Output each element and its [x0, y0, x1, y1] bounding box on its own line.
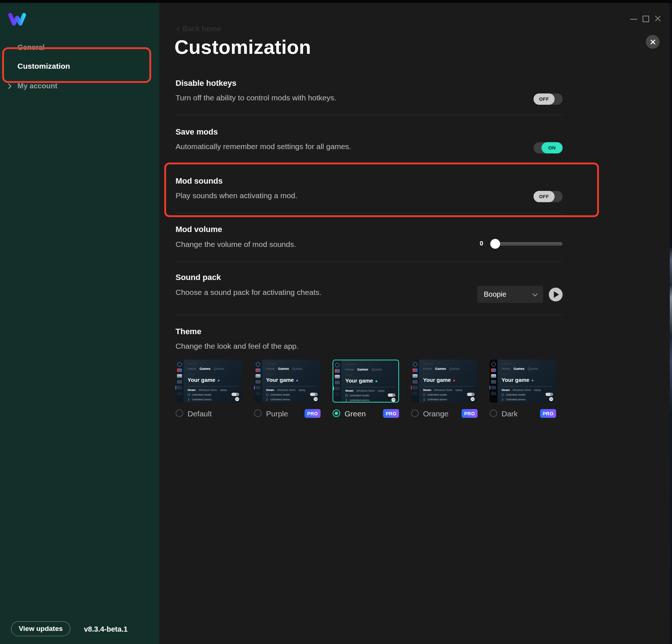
- mod-volume-desc: Change the volume of mod sounds.: [176, 240, 296, 249]
- mod-sounds-title: Mod sounds: [176, 176, 223, 186]
- maximize-icon[interactable]: [643, 16, 649, 22]
- annotation-rectangle-mod-sounds: [164, 163, 599, 217]
- slider-thumb[interactable]: [490, 239, 500, 249]
- row-divider: [176, 115, 563, 115]
- theme-radio-dark[interactable]: [490, 409, 497, 417]
- close-settings-button[interactable]: [646, 35, 660, 49]
- theme-label-default[interactable]: Default: [188, 409, 212, 418]
- mod-volume-slider[interactable]: [491, 242, 563, 246]
- search-icon: [491, 362, 496, 367]
- minus-icon: [391, 398, 395, 402]
- sound-pack-desc: Choose a sound pack for activating cheat…: [176, 288, 322, 297]
- radio-selected-dot: [335, 412, 338, 415]
- play-icon: [554, 291, 559, 298]
- theme-radio-default[interactable]: [176, 409, 183, 417]
- sidebar-item-general[interactable]: General: [17, 43, 44, 52]
- back-home-link[interactable]: Back home: [176, 25, 221, 33]
- wemod-logo: [7, 10, 27, 28]
- toggle-knob: OFF: [534, 93, 555, 105]
- minus-icon: [471, 397, 475, 401]
- toggle-knob: ON: [542, 142, 563, 153]
- disable-hotkeys-desc: Turn off the ability to control mods wit…: [176, 93, 336, 102]
- minimize-icon[interactable]: [630, 19, 637, 20]
- sidebar-item-my-account[interactable]: My account: [17, 82, 57, 90]
- theme-radio-purple[interactable]: [254, 409, 262, 417]
- app-version: v8.3.4-beta.1: [84, 625, 128, 633]
- pro-badge: PRO: [305, 409, 321, 418]
- accent-dot: [453, 380, 455, 381]
- mini-game-title: Your game: [188, 377, 220, 383]
- screen-edge-sliver: [670, 3, 672, 644]
- mod-sounds-toggle[interactable]: OFF: [534, 191, 563, 202]
- save-mods-desc: Automatically remember mod settings for …: [176, 142, 351, 151]
- back-home-label: Back home: [182, 25, 221, 33]
- accent-dot: [532, 380, 534, 381]
- search-icon: [413, 362, 417, 367]
- search-icon: [177, 362, 182, 367]
- accent-dot: [296, 380, 298, 381]
- mod-volume-value: 0: [480, 240, 483, 247]
- play-sound-button[interactable]: [549, 288, 563, 301]
- view-updates-button[interactable]: View updates: [11, 621, 71, 636]
- theme-title: Theme: [176, 327, 201, 336]
- disable-hotkeys-title: Disable hotkeys: [176, 79, 237, 88]
- chevron-right-icon: [7, 83, 12, 89]
- theme-card-purple[interactable]: HomeGamesQuests Your game SteamWindows S…: [254, 360, 321, 403]
- sound-pack-title: Sound pack: [176, 273, 221, 282]
- sound-pack-value: Boopie: [484, 290, 506, 299]
- window-titlebar: [0, 0, 672, 3]
- theme-desc: Change the look and feel of the app.: [176, 342, 299, 351]
- theme-card-default[interactable]: HomeGamesQuests Your game SteamWindows S…: [176, 360, 242, 403]
- pro-badge: PRO: [462, 409, 478, 418]
- save-mods-title: Save mods: [176, 127, 218, 137]
- sound-pack-select[interactable]: Boopie: [477, 286, 543, 303]
- accent-dot: [218, 380, 220, 381]
- pro-badge: PRO: [383, 409, 399, 418]
- row-divider: [176, 315, 563, 315]
- theme-card-green[interactable]: HomeGamesQuests Your game SteamWindows S…: [333, 360, 399, 403]
- theme-label-purple[interactable]: Purple: [266, 409, 288, 418]
- accent-dot: [375, 380, 377, 382]
- mini-sidebar: [176, 360, 184, 403]
- minus-icon: [314, 397, 318, 401]
- window-close-icon[interactable]: [655, 15, 661, 21]
- chevron-left-icon: [176, 27, 180, 32]
- search-icon: [335, 363, 339, 367]
- minus-icon: [549, 397, 553, 401]
- settings-sidebar: General Customization My account View up…: [0, 3, 159, 644]
- theme-label-green[interactable]: Green: [345, 409, 366, 418]
- row-divider: [176, 213, 563, 213]
- chevron-down-icon: [532, 293, 538, 297]
- theme-card-orange[interactable]: HomeGamesQuests Your game SteamWindows S…: [411, 360, 478, 403]
- theme-label-orange[interactable]: Orange: [423, 409, 448, 418]
- row-divider: [176, 261, 563, 262]
- mod-sounds-desc: Play sounds when activating a mod.: [176, 191, 297, 200]
- toggle-knob: OFF: [534, 191, 555, 202]
- minus-icon: [235, 397, 239, 401]
- row-divider: [176, 163, 563, 163]
- mod-volume-title: Mod volume: [176, 225, 222, 234]
- sidebar-item-customization[interactable]: Customization: [17, 62, 70, 71]
- mini-toggle: [232, 393, 239, 396]
- page-title: Customization: [174, 36, 311, 58]
- theme-radio-green[interactable]: [333, 409, 340, 417]
- theme-card-dark[interactable]: HomeGamesQuests Your game SteamWindows S…: [490, 360, 556, 403]
- theme-radio-orange[interactable]: [411, 409, 419, 417]
- search-icon: [256, 362, 260, 367]
- save-mods-toggle[interactable]: ON: [534, 142, 563, 153]
- theme-label-dark[interactable]: Dark: [502, 409, 518, 418]
- pro-badge: PRO: [540, 409, 556, 418]
- disable-hotkeys-toggle[interactable]: OFF: [534, 93, 563, 105]
